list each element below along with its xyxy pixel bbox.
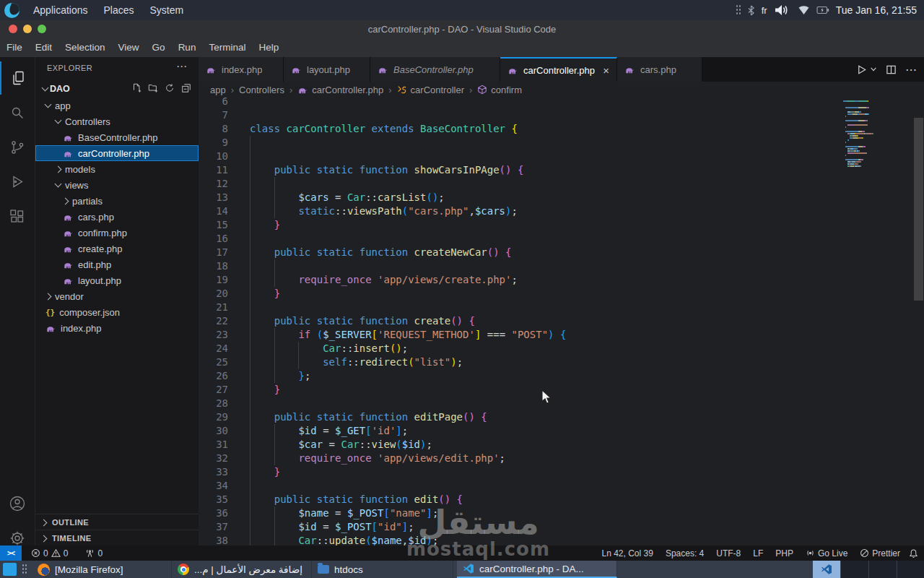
tree-item-partials[interactable]: partials	[35, 193, 199, 209]
language-mode[interactable]: PHP	[772, 545, 797, 561]
minimap-line	[843, 137, 863, 139]
editor-more-icon[interactable]: ⋯	[905, 63, 917, 77]
go-live-button[interactable]: Go Live	[802, 545, 851, 561]
line-number: 31	[199, 438, 238, 452]
tree-item-composer-json[interactable]: {}composer.json	[35, 304, 199, 320]
tab-index-php[interactable]: index.php	[199, 57, 284, 82]
extensions-activity-icon[interactable]	[0, 200, 35, 233]
minimap[interactable]	[843, 96, 878, 183]
panel-menu-applications[interactable]: Applications	[25, 0, 96, 20]
tab-close-icon[interactable]: ×	[596, 65, 609, 76]
window-titlebar[interactable]: carController.php - DAO - Visual Studio …	[0, 20, 924, 38]
volume-icon[interactable]	[774, 4, 791, 17]
show-desktop-button[interactable]	[3, 563, 17, 576]
tree-item-cars-php[interactable]: cars.php	[35, 209, 199, 225]
tree-item-index-php[interactable]: index.php	[35, 320, 199, 336]
code-editor[interactable]: 6789101112131415161718192021222324252627…	[199, 98, 924, 545]
source-control-activity-icon[interactable]	[0, 131, 35, 164]
tree-item-app[interactable]: app	[35, 98, 199, 113]
breadcrumb-item-app[interactable]: app	[210, 85, 226, 95]
clock-label[interactable]: Tue Jan 16, 21:55	[836, 4, 921, 16]
tree-item-basecontroller-php[interactable]: BaseController.php	[35, 129, 199, 145]
workspace-cell-2[interactable]	[840, 561, 868, 578]
line-number: 24	[199, 342, 238, 355]
tree-item-label: composer.json	[59, 307, 120, 318]
menu-file[interactable]: File	[0, 38, 29, 57]
code-line: }	[250, 383, 280, 397]
tree-item-layout-php[interactable]: layout.php	[35, 272, 199, 288]
explorer-activity-icon[interactable]	[0, 61, 36, 95]
json-file-icon: {}	[45, 308, 55, 317]
panel-menu-system[interactable]: System	[142, 0, 192, 20]
distro-logo-icon[interactable]	[4, 3, 19, 18]
collapse-all-icon[interactable]	[181, 83, 191, 93]
tree-item-carcontroller-php[interactable]: carController.php	[35, 145, 199, 161]
task-carcontroller-php-da[interactable]: carController.php - DA...	[457, 561, 617, 578]
menu-run[interactable]: Run	[172, 38, 203, 57]
outline-section[interactable]: OUTLINE	[35, 514, 199, 530]
eol-type[interactable]: LF	[749, 545, 767, 561]
ports-indicator[interactable]: 0	[82, 545, 106, 561]
tree-item-models[interactable]: models	[35, 161, 199, 177]
search-activity-icon[interactable]	[0, 96, 35, 129]
workspace-cell-1[interactable]	[812, 561, 840, 578]
network-wifi-icon[interactable]	[798, 5, 810, 15]
line-number: 35	[199, 493, 238, 506]
minimap-line	[843, 142, 846, 143]
panel-menu-places[interactable]: Places	[96, 0, 142, 20]
run-debug-activity-icon[interactable]	[0, 165, 35, 199]
tree-item-edit-php[interactable]: edit.php	[35, 256, 199, 272]
task-mozilla-firefox[interactable]: [Mozilla Firefox]	[32, 561, 172, 578]
vscode-icon	[821, 564, 832, 575]
new-folder-icon[interactable]	[148, 83, 158, 93]
indentation[interactable]: Spaces: 4	[662, 545, 707, 561]
task-htdocs[interactable]: htdocs	[312, 561, 453, 578]
bell-icon[interactable]	[909, 548, 918, 558]
tree-item-views[interactable]: views	[35, 177, 199, 193]
menu-view[interactable]: View	[112, 38, 146, 57]
circle-slash-icon	[860, 548, 869, 558]
tab-layout-php[interactable]: layout.php	[284, 57, 370, 82]
tree-item-create-php[interactable]: create.php	[35, 241, 199, 256]
tree-item-confirm-php[interactable]: confirm.php	[35, 225, 199, 241]
tree-item-controllers[interactable]: Controllers	[35, 113, 199, 129]
taskbar-grip-icon[interactable]	[22, 564, 27, 575]
tab-basecontroller-php[interactable]: BaseController.php	[370, 57, 500, 82]
breadcrumb-item-confirm[interactable]: confirm	[491, 85, 522, 95]
bluetooth-icon[interactable]	[747, 5, 755, 16]
remote-indicator[interactable]: ><	[0, 545, 22, 561]
menu-go[interactable]: Go	[146, 38, 172, 57]
run-button[interactable]	[856, 64, 867, 75]
refresh-icon[interactable]	[165, 83, 175, 93]
run-dropdown-icon[interactable]	[870, 66, 877, 72]
cursor-position[interactable]: Ln 42, Col 39	[598, 545, 656, 561]
line-number: 34	[199, 479, 238, 493]
account-icon[interactable]	[0, 487, 35, 520]
split-editor-icon[interactable]	[886, 64, 897, 75]
workspace-cell-3[interactable]	[868, 561, 897, 578]
menu-terminal[interactable]: Terminal	[202, 38, 252, 57]
vertical-scrollbar[interactable]	[914, 118, 923, 301]
menu-edit[interactable]: Edit	[29, 38, 58, 57]
menu-help[interactable]: Help	[252, 38, 285, 57]
task-item[interactable]: إضافة معرض الأعمال | م...	[172, 561, 312, 578]
breadcrumb-item-controllers[interactable]: Controllers	[239, 85, 284, 95]
menu-selection[interactable]: Selection	[58, 38, 112, 57]
encoding[interactable]: UTF-8	[712, 545, 744, 561]
explorer-more-icon[interactable]: ⋯	[176, 60, 187, 73]
tree-item-vendor[interactable]: vendor	[35, 288, 199, 304]
workspace-cell-4[interactable]	[897, 561, 924, 578]
breadcrumb-item-carcontroller-php[interactable]: carController.php	[312, 85, 383, 95]
timeline-section[interactable]: TIMELINE	[35, 530, 199, 546]
problems-indicator[interactable]: 0 0	[27, 545, 71, 561]
keyboard-layout-indicator[interactable]: fr	[762, 5, 767, 16]
new-file-icon[interactable]	[131, 83, 141, 93]
battery-icon[interactable]	[816, 6, 829, 14]
tab-carcontroller-php[interactable]: carController.php×	[500, 57, 617, 82]
explorer-root-row[interactable]: DAO	[35, 81, 199, 97]
tray-grip-icon[interactable]	[736, 4, 741, 16]
tab-label: cars.php	[640, 64, 676, 75]
breadcrumb-item-carcontroller[interactable]: carController	[411, 85, 464, 95]
prettier-button[interactable]: Prettier	[856, 545, 904, 561]
tab-cars-php[interactable]: cars.php	[617, 57, 702, 82]
